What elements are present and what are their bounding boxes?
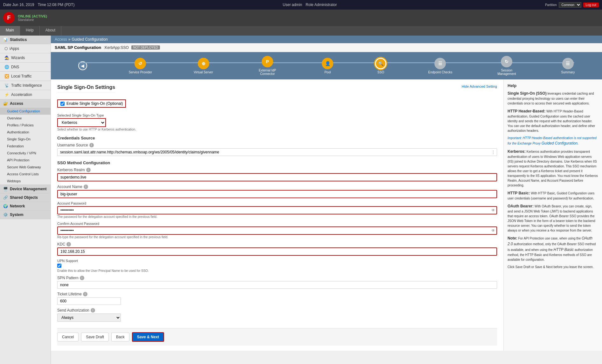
- step-external-idp[interactable]: P External IdP Connector: [255, 56, 280, 76]
- sidebar-access-label: Access: [10, 101, 23, 106]
- confirm-password-eye-icon[interactable]: 👁: [491, 228, 495, 233]
- tab-about[interactable]: About: [40, 26, 61, 36]
- account-password-eye-icon[interactable]: 👁: [491, 208, 495, 212]
- sidebar-item-webtops[interactable]: Webtops: [0, 178, 51, 185]
- chart-icon: 📊: [3, 37, 8, 42]
- step-service-provider[interactable]: ↺ Service Provider: [129, 58, 152, 74]
- kerberos-realm-info-icon[interactable]: i: [86, 168, 91, 172]
- sidebar-item-network[interactable]: 🌍 Network: [0, 202, 51, 210]
- sidebar-item-profiles-policies[interactable]: Profiles / Policies: [0, 122, 51, 129]
- sidebar-item-acceleration[interactable]: ⚡ Acceleration: [0, 90, 51, 99]
- kdc-info-icon[interactable]: i: [66, 242, 71, 246]
- acceleration-icon: ⚡: [4, 92, 9, 97]
- send-auth-info-icon[interactable]: i: [91, 308, 95, 313]
- sidebar-item-secure-web-gateway[interactable]: Secure Web Gateway: [0, 164, 51, 171]
- sidebar-item-local-traffic[interactable]: 🔀 Local Traffic: [0, 72, 51, 81]
- spn-pattern-info-icon[interactable]: i: [80, 276, 84, 280]
- form-content: Single Sign-On Settings Hide Advanced Se…: [51, 79, 503, 351]
- content-area: Access » Guided Configuration SAML SP Co…: [51, 36, 602, 364]
- sidebar-item-access-control-lists[interactable]: Access Control Lists: [0, 171, 51, 178]
- account-name-input[interactable]: [57, 190, 497, 198]
- account-password-row: Account Password 👁 The password for the …: [57, 201, 497, 219]
- help-text-8: Click Save Draft or Save & Next before y…: [508, 265, 598, 269]
- sidebar-traffic-intelligence-label: Traffic Intelligence: [11, 83, 42, 88]
- step-endpoint-checks[interactable]: ☰ Endpoint Checks: [428, 58, 453, 74]
- username-source-options-icon[interactable]: ⋮: [491, 150, 495, 154]
- step-label-pool: Pool: [324, 71, 331, 74]
- username-source-input[interactable]: [57, 148, 497, 156]
- partition-select[interactable]: Common: [559, 2, 581, 8]
- sidebar-statistics-label: Statistics: [10, 37, 27, 42]
- ticket-lifetime-label: Ticket Lifetime i: [57, 292, 497, 296]
- sidebar-item-device-management[interactable]: 🖥️ Device Management: [0, 185, 51, 193]
- upn-support-checkbox[interactable]: [57, 264, 61, 268]
- confirm-password-wrapper: 👁: [57, 226, 497, 235]
- sidebar-item-wizards[interactable]: 🧙 Wizards: [0, 53, 51, 62]
- send-auth-select[interactable]: Always On 401 Never: [57, 313, 121, 322]
- ticket-lifetime-input[interactable]: [57, 297, 121, 305]
- step-pool[interactable]: 👤 Pool: [322, 58, 333, 74]
- sidebar-item-access[interactable]: 🔐 Access: [0, 99, 51, 108]
- spn-pattern-input[interactable]: [57, 281, 497, 289]
- sidebar-item-guided-configuration[interactable]: Guided Configuration: [0, 108, 51, 115]
- step-circle-sso: 🔍: [375, 58, 386, 69]
- step-summary[interactable]: ☰ Summary: [561, 58, 575, 74]
- sso-method-title: SSO Method Configuration: [57, 160, 497, 165]
- role-label: Role: [306, 3, 314, 7]
- step-label-virtual-server: Virtual Server: [194, 71, 213, 74]
- cancel-button[interactable]: Cancel: [57, 333, 79, 341]
- save-next-button[interactable]: Save & Next: [132, 332, 164, 342]
- nav-tabs: Main Help About: [0, 26, 602, 36]
- sidebar-item-single-sign-on[interactable]: Single Sign-On: [0, 136, 51, 143]
- help-text-3: Important: HTTP Header-Based authenticat…: [508, 136, 598, 146]
- sidebar-item-iapps[interactable]: ⬡ iApps: [0, 44, 51, 53]
- kerberos-realm-row: Kerberos Realm i: [57, 168, 497, 181]
- step-sso[interactable]: 🔍 SSO: [375, 58, 386, 74]
- account-name-info-icon[interactable]: i: [84, 185, 88, 189]
- app-info: ONLINE (ACTIVE) Standalone: [18, 14, 47, 22]
- sidebar-item-statistics[interactable]: 📊 Statistics: [0, 36, 51, 44]
- step-label-external-idp: External IdP Connector: [255, 69, 280, 76]
- sidebar-item-federation[interactable]: Federation: [0, 143, 51, 150]
- step-session-management[interactable]: ↻ Session Management: [494, 56, 519, 76]
- breadcrumb-access[interactable]: Access: [55, 37, 67, 42]
- guided-config-link[interactable]: Guided Configuration.: [542, 141, 579, 145]
- sidebar-section-wizards: 🧙 Wizards: [0, 53, 51, 63]
- step-virtual-server[interactable]: ⊕ Virtual Server: [194, 58, 213, 74]
- app-mode: Standalone: [18, 18, 47, 22]
- kerberos-realm-input[interactable]: [57, 173, 497, 181]
- username-source-info-icon[interactable]: i: [89, 143, 94, 147]
- not-deployed-badge: NOT DEPLOYED: [131, 45, 160, 50]
- sidebar-item-system[interactable]: ⚙️ System: [0, 211, 51, 219]
- sidebar-item-overview[interactable]: Overview: [0, 115, 51, 122]
- sidebar-item-shared-objects[interactable]: 🔗 Shared Objects: [0, 193, 51, 202]
- intelligence-icon: 📡: [4, 83, 9, 88]
- tab-help[interactable]: Help: [20, 26, 40, 36]
- sidebar-acceleration-label: Acceleration: [11, 92, 32, 97]
- confirm-password-input[interactable]: [57, 226, 497, 235]
- sidebar-item-dns[interactable]: 🌐 DNS: [0, 63, 51, 71]
- wizard-back-button[interactable]: ◀: [78, 61, 87, 70]
- account-password-input[interactable]: [57, 206, 497, 214]
- save-draft-button[interactable]: Save Draft: [81, 333, 109, 341]
- kdc-input[interactable]: [57, 247, 497, 256]
- back-button[interactable]: Back: [111, 333, 129, 341]
- enable-sso-checkbox[interactable]: [60, 102, 65, 106]
- sidebar-item-traffic-intelligence[interactable]: 📡 Traffic Intelligence: [0, 81, 51, 90]
- sidebar-item-authentication[interactable]: Authentication: [0, 129, 51, 136]
- sidebar-item-api-protection[interactable]: API Protection: [0, 157, 51, 164]
- sidebar-dns-label: DNS: [11, 65, 19, 69]
- sidebar-network-label: Network: [10, 204, 25, 208]
- hide-advanced-link[interactable]: Hide Advanced Setting: [462, 84, 497, 88]
- sidebar-section-acceleration: ⚡ Acceleration: [0, 90, 51, 99]
- sidebar-item-connectivity-vpn[interactable]: Connectivity / VPN: [0, 150, 51, 157]
- sidebar-section-dns: 🌐 DNS: [0, 63, 51, 72]
- step-circle-pool: 👤: [322, 58, 333, 69]
- account-password-label: Account Password: [57, 201, 497, 205]
- logout-button[interactable]: Log out: [583, 3, 599, 7]
- account-name-label: Account Name i: [57, 185, 497, 189]
- upn-support-label: UPN Support: [57, 259, 497, 263]
- sso-type-select[interactable]: Kerberos HTTP Header-Based OAuth Bearer …: [58, 119, 105, 126]
- tab-main[interactable]: Main: [0, 26, 20, 36]
- ticket-lifetime-info-icon[interactable]: i: [83, 292, 87, 296]
